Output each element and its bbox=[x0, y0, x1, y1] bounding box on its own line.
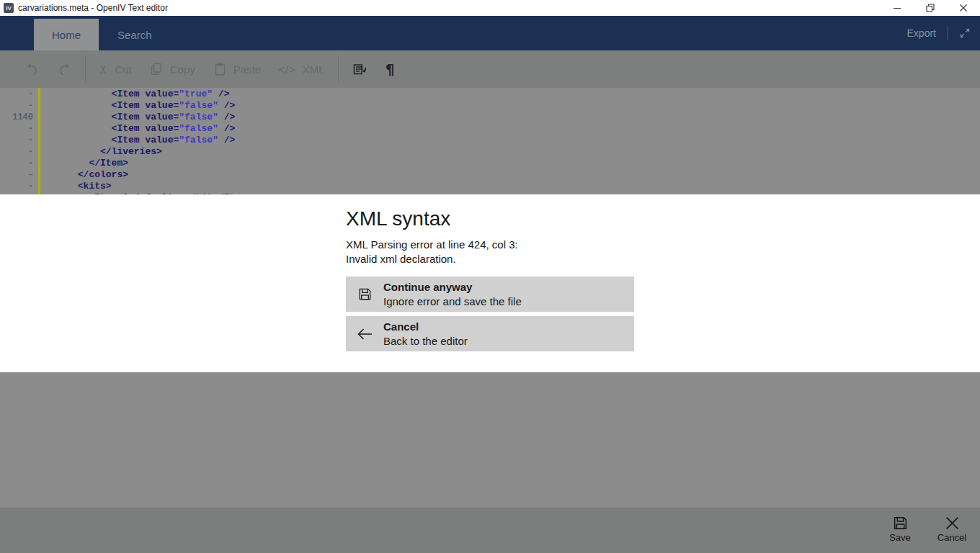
minimize-icon bbox=[893, 4, 901, 12]
tab-search-label: Search bbox=[117, 29, 152, 41]
ribbon-right: Export bbox=[907, 16, 970, 50]
save-button[interactable]: Save bbox=[879, 515, 921, 543]
restore-icon bbox=[926, 4, 935, 12]
back-arrow-icon bbox=[346, 327, 383, 341]
app-icon: IV bbox=[4, 3, 14, 13]
gutter-line: - bbox=[0, 123, 33, 135]
xml-syntax-dialog: XML syntax XML Parsing error at line 424… bbox=[0, 194, 980, 372]
tab-search[interactable]: Search bbox=[99, 19, 171, 50]
code-editor[interactable]: --1140----–-- <Item value="true" /> <Ite… bbox=[0, 88, 980, 194]
format-document-button[interactable] bbox=[343, 50, 377, 88]
cancel-label: Cancel bbox=[937, 532, 966, 543]
code-line: </colors> bbox=[44, 169, 252, 181]
toolbar: ✂ Cut Copy Paste </> XML ¶ bbox=[0, 50, 980, 88]
dialog-title: XML syntax bbox=[346, 206, 980, 232]
save-label: Save bbox=[889, 532, 911, 543]
tab-home[interactable]: Home bbox=[34, 19, 99, 50]
continue-anyway-title: Continue anyway bbox=[383, 280, 522, 295]
format-document-icon bbox=[352, 61, 368, 78]
paste-label: Paste bbox=[233, 63, 261, 76]
tab-home-label: Home bbox=[52, 29, 81, 41]
continue-anyway-button[interactable]: Continue anyway Ignore error and save th… bbox=[346, 276, 634, 312]
code-line: <Item value="false" /> bbox=[44, 100, 252, 112]
cancel-dialog-title: Cancel bbox=[383, 320, 468, 334]
copy-icon bbox=[149, 62, 164, 76]
editor-gutter: --1140----–-- bbox=[0, 89, 35, 194]
cancel-dialog-button[interactable]: Cancel Back to the editor bbox=[346, 316, 634, 351]
changed-lines-bar bbox=[38, 88, 40, 194]
redo-button[interactable] bbox=[48, 50, 81, 88]
redo-icon bbox=[57, 62, 72, 77]
undo-button[interactable] bbox=[16, 50, 48, 88]
gutter-line: - bbox=[0, 135, 33, 146]
gutter-line: - bbox=[0, 89, 33, 100]
expand-icon[interactable] bbox=[960, 28, 970, 38]
gutter-line: – bbox=[0, 169, 33, 181]
title-bar: IV carvariations.meta - OpenIV Text edit… bbox=[0, 0, 980, 16]
code-brackets-icon: </> bbox=[278, 63, 296, 76]
ribbon-divider bbox=[948, 26, 948, 40]
continue-anyway-subtitle: Ignore error and save the file bbox=[383, 295, 522, 309]
code-line: <Item value="false" /> bbox=[44, 123, 252, 135]
gutter-line: - bbox=[0, 100, 33, 112]
code-line: <Item value="true" /> bbox=[44, 89, 252, 100]
code-line: <Item value="false" /> bbox=[44, 112, 252, 123]
copy-label: Copy bbox=[170, 63, 195, 76]
cut-button[interactable]: ✂ Cut bbox=[90, 50, 141, 88]
toolbar-separator bbox=[338, 56, 339, 82]
cut-label: Cut bbox=[115, 63, 131, 76]
dialog-message-line2: Invalid xml declaration. bbox=[346, 252, 980, 266]
gutter-line: - bbox=[0, 158, 33, 169]
gutter-line: - bbox=[0, 192, 33, 194]
window-title: carvariations.meta - OpenIV Text editor bbox=[18, 3, 168, 13]
paste-icon bbox=[213, 62, 227, 76]
bottom-command-bar: Save Cancel bbox=[0, 508, 980, 553]
code-line: </liveries> bbox=[44, 146, 252, 158]
code-line: <kits> bbox=[44, 181, 252, 192]
close-icon bbox=[944, 515, 961, 531]
code-line: <Item>0_default_modkit</Item> bbox=[44, 192, 252, 194]
cancel-dialog-subtitle: Back to the editor bbox=[383, 334, 468, 349]
dimmed-editor-area bbox=[0, 372, 980, 508]
dialog-message-line1: XML Parsing error at line 424, col 3: bbox=[346, 238, 980, 252]
gutter-line: - bbox=[0, 181, 33, 192]
minimize-button[interactable] bbox=[881, 0, 914, 16]
window-controls bbox=[881, 0, 980, 16]
scissors-icon: ✂ bbox=[97, 64, 110, 73]
undo-icon bbox=[24, 62, 40, 77]
close-icon bbox=[959, 4, 968, 12]
save-icon bbox=[892, 515, 909, 531]
cancel-button[interactable]: Cancel bbox=[931, 515, 973, 543]
xml-label: XML bbox=[303, 63, 325, 76]
editor-code: <Item value="true" /> <Item value="false… bbox=[44, 89, 252, 194]
save-icon bbox=[346, 287, 383, 302]
copy-button[interactable]: Copy bbox=[141, 50, 204, 88]
paste-button[interactable]: Paste bbox=[204, 50, 270, 88]
toolbar-separator bbox=[85, 56, 86, 82]
pilcrow-icon: ¶ bbox=[386, 60, 395, 78]
pilcrow-button[interactable]: ¶ bbox=[377, 50, 404, 88]
export-button[interactable]: Export bbox=[907, 27, 936, 39]
ribbon: Home Search Export bbox=[0, 16, 980, 50]
code-line: </Item> bbox=[44, 158, 252, 169]
code-line: <Item value="false" /> bbox=[44, 135, 252, 146]
gutter-line: 1140 bbox=[0, 112, 33, 123]
close-button[interactable] bbox=[947, 0, 980, 16]
gutter-line: - bbox=[0, 146, 33, 158]
restore-button[interactable] bbox=[914, 0, 947, 16]
xml-button[interactable]: </> XML bbox=[270, 50, 334, 88]
